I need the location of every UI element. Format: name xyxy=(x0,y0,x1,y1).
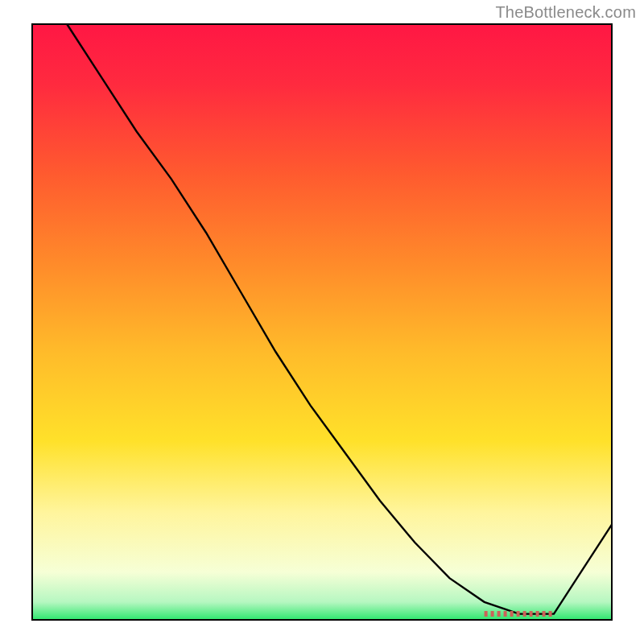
plot-area xyxy=(32,24,612,620)
gradient-background xyxy=(32,24,612,620)
chart-container: TheBottleneck.com xyxy=(0,0,644,644)
bottleneck-chart xyxy=(0,0,644,644)
